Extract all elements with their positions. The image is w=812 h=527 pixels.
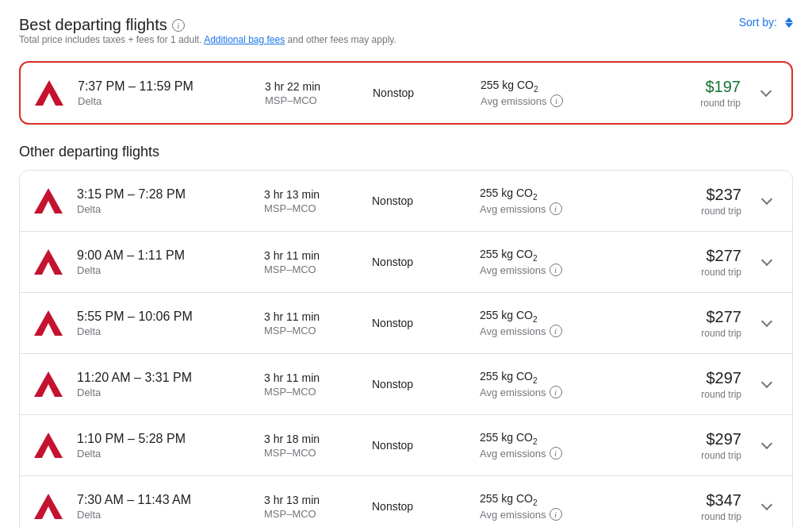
flight-expand-chevron[interactable] xyxy=(754,260,779,264)
flight-airline: Delta xyxy=(77,448,251,460)
flight-airline: Delta xyxy=(77,509,251,521)
best-flight-price: $197 xyxy=(661,78,741,96)
flight-emissions-val: 255 kg CO2 xyxy=(480,187,649,202)
flight-duration-col: 3 hr 11 min MSP–MCO xyxy=(264,371,359,398)
flight-airline: Delta xyxy=(77,387,251,398)
chevron-down-icon xyxy=(761,437,772,448)
section-title: Best departing flights i xyxy=(19,16,396,34)
info-icon[interactable]: i xyxy=(172,19,185,32)
flight-stops-col: Nonstop xyxy=(372,194,467,207)
chevron-down-icon xyxy=(761,376,772,387)
flight-times-col: 11:20 AM – 3:31 PM Delta xyxy=(77,371,251,398)
flight-times-col: 1:10 PM – 5:28 PM Delta xyxy=(77,432,251,460)
best-flight-card[interactable]: 7:37 PM – 11:59 PM Delta 3 hr 22 min MSP… xyxy=(19,61,793,125)
flight-emissions-col: 255 kg CO2 Avg emissions i xyxy=(480,187,649,216)
flight-route: MSP–MCO xyxy=(264,386,359,398)
avg-emissions-text: Avg emissions xyxy=(480,203,546,215)
flight-times-col: 5:55 PM – 10:06 PM Delta xyxy=(77,310,251,337)
best-flight-avg-emissions: Avg emissions xyxy=(481,95,547,107)
flight-route: MSP–MCO xyxy=(264,447,359,459)
chevron-down-icon xyxy=(760,85,772,96)
airline-logo xyxy=(33,307,64,339)
delta-logo-icon xyxy=(33,248,64,276)
flight-row[interactable]: 11:20 AM – 3:31 PM Delta 3 hr 11 min MSP… xyxy=(20,354,792,415)
flight-duration: 3 hr 13 min xyxy=(264,494,359,506)
best-flight-emissions-col: 255 kg CO2 Avg emissions i xyxy=(481,79,649,108)
airline-logo xyxy=(33,490,64,522)
delta-logo-icon xyxy=(33,431,64,460)
flight-stops: Nonstop xyxy=(372,256,467,268)
flight-times-col: 3:15 PM – 7:28 PM Delta xyxy=(77,187,251,215)
flight-row[interactable]: 5:55 PM – 10:06 PM Delta 3 hr 11 min MSP… xyxy=(20,293,792,354)
emissions-info-icon[interactable]: i xyxy=(550,447,562,460)
flight-airline: Delta xyxy=(77,325,251,337)
flight-price-col: $237 round trip xyxy=(662,186,741,217)
flight-emissions-label: Avg emissions i xyxy=(480,264,649,276)
flight-times: 1:10 PM – 5:28 PM xyxy=(77,432,251,446)
flight-stops: Nonstop xyxy=(372,194,467,207)
flight-duration: 3 hr 11 min xyxy=(264,249,359,262)
airline-logo xyxy=(33,246,64,278)
flight-duration-col: 3 hr 13 min MSP–MCO xyxy=(264,188,359,214)
best-flight-times: 7:37 PM – 11:59 PM xyxy=(78,79,252,94)
best-flight-airline: Delta xyxy=(78,95,252,107)
emissions-info-icon[interactable]: i xyxy=(550,264,562,276)
flight-duration-col: 3 hr 13 min MSP–MCO xyxy=(264,494,359,520)
flight-stops: Nonstop xyxy=(372,378,467,390)
flight-route: MSP–MCO xyxy=(264,325,359,337)
flight-times-col: 7:30 AM – 11:43 AM Delta xyxy=(77,493,251,521)
avg-emissions-text: Avg emissions xyxy=(480,325,546,337)
airline-logo xyxy=(33,77,65,109)
chevron-down-icon xyxy=(761,498,772,510)
emissions-info-icon[interactable]: i xyxy=(550,386,562,398)
flight-emissions-col: 255 kg CO2 Avg emissions i xyxy=(480,492,649,521)
flight-emissions-val: 255 kg CO2 xyxy=(480,431,649,446)
emissions-info-icon[interactable]: i xyxy=(550,325,562,337)
bag-fees-link[interactable]: Additional bag fees xyxy=(204,34,285,45)
emissions-info-icon[interactable]: i xyxy=(550,508,562,521)
flight-expand-chevron[interactable] xyxy=(754,199,779,203)
airline-logo xyxy=(33,185,64,217)
best-flight-stops: Nonstop xyxy=(373,87,468,99)
flight-row[interactable]: 9:00 AM – 1:11 PM Delta 3 hr 11 min MSP–… xyxy=(20,232,792,293)
best-flight-price-label: round trip xyxy=(661,98,741,109)
best-flights-heading: Best departing flights xyxy=(19,16,167,34)
flight-price-label: round trip xyxy=(662,206,741,217)
flight-price-col: $277 round trip xyxy=(662,308,741,339)
flight-stops-col: Nonstop xyxy=(372,500,467,513)
flight-duration: 3 hr 11 min xyxy=(264,371,359,384)
flight-stops-col: Nonstop xyxy=(372,317,467,329)
chevron-down-icon xyxy=(761,254,772,265)
sort-label: Sort by: xyxy=(739,16,777,29)
best-flight-emissions-label: Avg emissions i xyxy=(481,94,649,107)
best-flight-expand-chevron[interactable] xyxy=(753,91,779,95)
flight-expand-chevron[interactable] xyxy=(754,321,779,325)
flight-expand-chevron[interactable] xyxy=(754,444,779,448)
other-flights-heading: Other departing flights xyxy=(19,144,793,160)
flight-stops: Nonstop xyxy=(372,500,467,513)
flight-row[interactable]: 7:30 AM – 11:43 AM Delta 3 hr 13 min MSP… xyxy=(20,476,792,527)
best-flight-emissions-val: 255 kg CO2 xyxy=(481,79,649,94)
flight-duration: 3 hr 13 min xyxy=(264,188,359,201)
flight-route: MSP–MCO xyxy=(264,202,359,214)
flight-row[interactable]: 1:10 PM – 5:28 PM Delta 3 hr 18 min MSP–… xyxy=(20,415,792,476)
chevron-down-icon xyxy=(761,315,772,326)
flight-price-label: round trip xyxy=(662,389,741,400)
flight-expand-chevron[interactable] xyxy=(754,505,779,509)
subtitle: Total price includes taxes + fees for 1 … xyxy=(19,34,396,45)
best-flight-stops-col: Nonstop xyxy=(373,87,468,99)
airline-logo xyxy=(33,429,64,461)
emissions-info-icon[interactable]: i xyxy=(550,202,562,215)
flight-times: 3:15 PM – 7:28 PM xyxy=(77,187,251,202)
sort-by-button[interactable]: Sort by: xyxy=(739,16,793,29)
flight-row[interactable]: 3:15 PM – 7:28 PM Delta 3 hr 13 min MSP–… xyxy=(20,171,792,232)
subtitle-suffix: and other fees may apply. xyxy=(288,34,396,45)
flight-times: 5:55 PM – 10:06 PM xyxy=(77,310,251,324)
flight-airline: Delta xyxy=(77,203,251,215)
flight-expand-chevron[interactable] xyxy=(754,383,779,387)
flight-emissions-val: 255 kg CO2 xyxy=(480,370,649,385)
emissions-info-icon[interactable]: i xyxy=(550,94,563,107)
flight-price-label: round trip xyxy=(662,267,741,278)
flight-emissions-col: 255 kg CO2 Avg emissions i xyxy=(480,431,649,460)
flight-stops-col: Nonstop xyxy=(372,256,467,268)
